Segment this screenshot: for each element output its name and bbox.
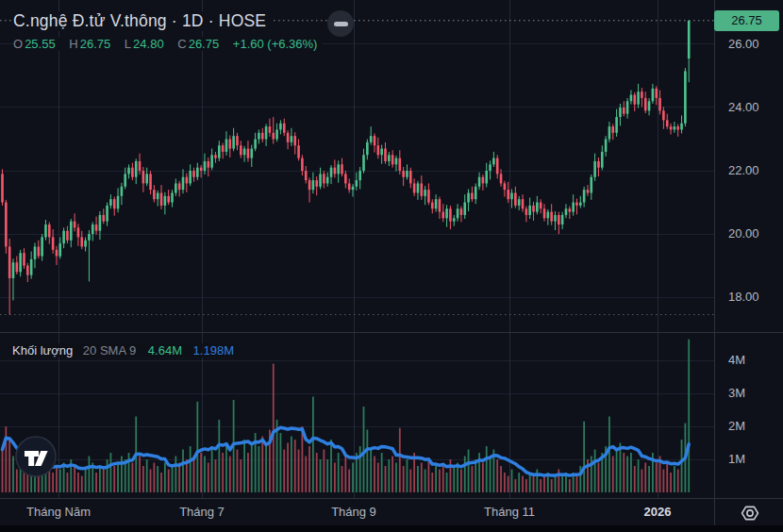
open-value: 25.55 [25,37,56,51]
volume-title[interactable]: Khối lượng [12,343,73,357]
volume-tick-label: 3M [728,386,745,400]
symbol-title[interactable]: C.nghệ Đ.tử V.thông · 1D · HOSE [13,11,272,31]
gear-icon [739,502,761,524]
price-tick-label: 24.00 [728,100,759,114]
high-value: 26.75 [80,37,111,51]
time-tick-label: Tháng 9 [331,505,376,519]
volume-tick-label: 1M [728,452,745,466]
change-value: +1.60 (+6.36%) [233,37,318,51]
price-tick-label: 20.00 [728,226,759,241]
open-label: O [13,37,23,51]
tradingview-logo-icon [15,436,57,477]
volume-sma-value: 1.198M [193,343,234,357]
low-label: L [125,37,131,51]
close-label: C [177,37,186,51]
ohlc-row: O25.55 H26.75 L24.80 C26.75 +1.60 (+6.36… [13,37,323,51]
time-tick-label: Tháng 11 [484,505,535,519]
collapse-legend-button[interactable] [327,10,354,37]
volume-value: 4.64M [148,343,182,357]
chart-window: C.nghệ Đ.tử V.thông · 1D · HOSE O25.55 H… [0,0,783,532]
price-tick-label: 22.00 [728,163,759,177]
volume-tick-label: 4M [728,353,745,367]
last-price-badge: 26.75 [714,10,779,31]
settings-button[interactable] [738,501,762,525]
minimize-icon [334,22,348,26]
volume-tick-label: 2M [728,419,745,433]
time-tick-label: Tháng Năm [26,505,91,519]
price-tick-label: 26.00 [728,37,759,51]
tradingview-logo[interactable] [15,436,57,477]
volume-params: 20 SMA 9 [83,343,136,357]
volume-legend: Khối lượng 20 SMA 9 4.64M 1.198M [12,343,238,357]
high-label: H [69,37,77,51]
time-tick-label: 2026 [644,505,672,519]
close-value: 26.75 [189,37,220,51]
chart-canvas[interactable] [0,0,783,532]
price-tick-label: 18.00 [728,290,759,304]
low-value: 24.80 [133,37,164,51]
time-tick-label: Tháng 7 [179,505,225,519]
